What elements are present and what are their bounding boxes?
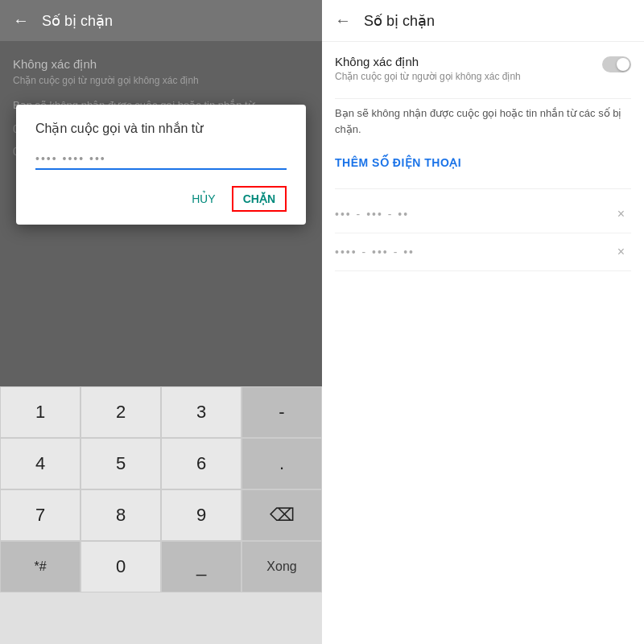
unknown-caller-toggle[interactable] bbox=[602, 56, 631, 72]
key-1[interactable]: 1 bbox=[0, 386, 80, 438]
right-setting-main: Không xác định bbox=[335, 55, 521, 69]
remove-number-1-button[interactable]: × bbox=[611, 204, 631, 225]
right-setting-row: Không xác định Chặn cuộc gọi từ người gọ… bbox=[335, 55, 631, 82]
dialog-input-wrapper bbox=[35, 149, 287, 170]
key-7[interactable]: 7 bbox=[0, 489, 80, 541]
key-backspace[interactable]: ⌫ bbox=[242, 489, 322, 541]
add-phone-button[interactable]: THÊM SỐ ĐIỆN THOẠI bbox=[335, 156, 631, 169]
key-2[interactable]: 2 bbox=[80, 386, 161, 438]
key-4[interactable]: 4 bbox=[0, 438, 80, 489]
right-panel: ← Số bị chặn Không xác định Chặn cuộc gọ… bbox=[322, 0, 644, 644]
blocked-number-row-1: ••• - ••• - •• × bbox=[335, 196, 631, 233]
key-9[interactable]: 9 bbox=[161, 489, 242, 541]
left-header: ← Số bị chặn bbox=[0, 0, 322, 41]
key-6[interactable]: 6 bbox=[161, 438, 242, 489]
right-header: ← Số bị chặn bbox=[322, 0, 644, 42]
dialog-title: Chặn cuộc gọi và tin nhắn từ bbox=[35, 121, 287, 136]
right-setting-text: Không xác định Chặn cuộc gọi từ người gọ… bbox=[335, 55, 521, 82]
key-dot[interactable]: . bbox=[242, 438, 322, 489]
divider-1 bbox=[335, 98, 631, 99]
cancel-button[interactable]: HỦY bbox=[182, 186, 225, 212]
key-5[interactable]: 5 bbox=[80, 438, 161, 489]
right-setting-sub: Chặn cuộc gọi từ người gọi không xác địn… bbox=[335, 71, 521, 82]
key-8[interactable]: 8 bbox=[80, 489, 161, 541]
left-setting-sub: Chặn cuộc gọi từ người gọi không xác địn… bbox=[13, 75, 309, 86]
confirm-block-button[interactable]: CHẶN bbox=[232, 186, 287, 212]
remove-number-2-button[interactable]: × bbox=[611, 242, 631, 262]
left-page-title: Số bị chặn bbox=[42, 12, 113, 30]
right-back-icon[interactable]: ← bbox=[335, 11, 351, 30]
right-page-title: Số bị chặn bbox=[364, 12, 435, 30]
blocked-number-1: ••• - ••• - •• bbox=[335, 208, 409, 221]
key-dash[interactable]: - bbox=[242, 386, 322, 438]
dialog-actions: HỦY CHẶN bbox=[35, 186, 287, 212]
key-done[interactable]: Xong bbox=[242, 541, 322, 592]
left-back-icon[interactable]: ← bbox=[13, 11, 29, 30]
block-dialog: Chặn cuộc gọi và tin nhắn từ HỦY CHẶN bbox=[16, 105, 306, 225]
key-space[interactable]: _ bbox=[161, 541, 242, 592]
left-setting-main: Không xác định bbox=[13, 57, 309, 72]
right-info-text: Bạn sẽ không nhận được cuộc gọi hoặc tin… bbox=[335, 105, 631, 137]
blocked-number-2: •••• - ••• - •• bbox=[335, 246, 415, 258]
key-3[interactable]: 3 bbox=[161, 386, 242, 438]
key-star-hash[interactable]: *# bbox=[0, 541, 80, 592]
right-content: Không xác định Chặn cuộc gọi từ người gọ… bbox=[322, 42, 644, 644]
blocked-number-row-2: •••• - ••• - •• × bbox=[335, 233, 631, 271]
left-panel: ← Số bị chặn Không xác định Chặn cuộc gọ… bbox=[0, 0, 322, 644]
divider-2 bbox=[335, 188, 631, 189]
key-0[interactable]: 0 bbox=[80, 541, 161, 592]
phone-input[interactable] bbox=[35, 149, 287, 168]
numpad: 1 2 3 - 4 5 6 . 7 8 9 ⌫ *# 0 _ Xong bbox=[0, 386, 322, 644]
